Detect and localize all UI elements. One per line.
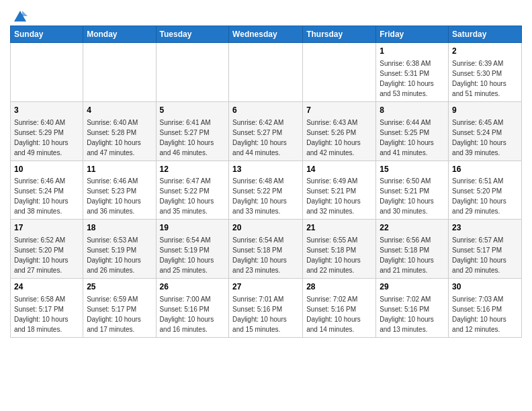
day-number: 22 — [380, 222, 445, 234]
day-number: 7 — [306, 105, 372, 116]
calendar-cell — [303, 43, 376, 102]
calendar-cell: 15Sunrise: 6:50 AM Sunset: 5:21 PM Dayli… — [376, 161, 449, 220]
page-container: SundayMondayTuesdayWednesdayThursdayFrid… — [0, 0, 532, 341]
weekday-header-row: SundayMondayTuesdayWednesdayThursdayFrid… — [11, 26, 522, 43]
week-row-2: 3Sunrise: 6:40 AM Sunset: 5:29 PM Daylig… — [11, 101, 522, 161]
calendar-cell: 30Sunrise: 7:03 AM Sunset: 5:16 PM Dayli… — [449, 279, 522, 338]
day-info: Sunrise: 6:54 AM Sunset: 5:19 PM Dayligh… — [160, 236, 214, 274]
weekday-header-saturday: Saturday — [449, 26, 522, 43]
day-info: Sunrise: 6:39 AM Sunset: 5:30 PM Dayligh… — [452, 60, 506, 97]
day-info: Sunrise: 6:58 AM Sunset: 5:17 PM Dayligh… — [14, 295, 69, 333]
weekday-header-monday: Monday — [83, 26, 156, 43]
day-info: Sunrise: 6:52 AM Sunset: 5:20 PM Dayligh… — [14, 236, 69, 274]
calendar-cell: 12Sunrise: 6:47 AM Sunset: 5:22 PM Dayli… — [156, 161, 229, 220]
calendar-cell: 6Sunrise: 6:42 AM Sunset: 5:27 PM Daylig… — [229, 101, 303, 161]
day-info: Sunrise: 6:43 AM Sunset: 5:26 PM Dayligh… — [306, 119, 361, 156]
calendar-cell: 19Sunrise: 6:54 AM Sunset: 5:19 PM Dayli… — [156, 220, 229, 279]
calendar-cell: 23Sunrise: 6:57 AM Sunset: 5:17 PM Dayli… — [449, 220, 522, 279]
weekday-header-friday: Friday — [376, 26, 449, 43]
calendar-cell: 27Sunrise: 7:01 AM Sunset: 5:16 PM Dayli… — [229, 279, 303, 338]
weekday-header-tuesday: Tuesday — [156, 26, 229, 43]
calendar-cell: 26Sunrise: 7:00 AM Sunset: 5:16 PM Dayli… — [156, 279, 229, 338]
day-info: Sunrise: 7:02 AM Sunset: 5:16 PM Dayligh… — [380, 295, 434, 333]
day-info: Sunrise: 6:47 AM Sunset: 5:22 PM Dayligh… — [160, 177, 214, 215]
calendar-cell: 20Sunrise: 6:54 AM Sunset: 5:18 PM Dayli… — [229, 220, 303, 279]
day-number: 25 — [87, 281, 152, 293]
calendar-cell — [83, 43, 156, 102]
day-info: Sunrise: 6:46 AM Sunset: 5:23 PM Dayligh… — [87, 177, 141, 215]
weekday-header-wednesday: Wednesday — [229, 26, 303, 43]
day-info: Sunrise: 7:00 AM Sunset: 5:16 PM Dayligh… — [160, 295, 214, 333]
day-number: 15 — [380, 164, 445, 175]
calendar-cell: 18Sunrise: 6:53 AM Sunset: 5:19 PM Dayli… — [83, 220, 156, 279]
calendar-cell: 7Sunrise: 6:43 AM Sunset: 5:26 PM Daylig… — [303, 101, 376, 161]
calendar-cell: 13Sunrise: 6:48 AM Sunset: 5:22 PM Dayli… — [229, 161, 303, 220]
day-number: 6 — [232, 105, 299, 116]
day-info: Sunrise: 6:53 AM Sunset: 5:19 PM Dayligh… — [87, 236, 141, 274]
weekday-header-thursday: Thursday — [303, 26, 376, 43]
week-row-5: 24Sunrise: 6:58 AM Sunset: 5:17 PM Dayli… — [11, 279, 522, 338]
day-number: 13 — [232, 164, 299, 175]
day-number: 8 — [380, 105, 445, 116]
week-row-4: 17Sunrise: 6:52 AM Sunset: 5:20 PM Dayli… — [11, 220, 522, 279]
calendar-table: SundayMondayTuesdayWednesdayThursdayFrid… — [10, 26, 522, 338]
day-info: Sunrise: 6:54 AM Sunset: 5:18 PM Dayligh… — [232, 236, 287, 274]
weekday-header-sunday: Sunday — [11, 26, 83, 43]
day-info: Sunrise: 6:56 AM Sunset: 5:18 PM Dayligh… — [380, 236, 434, 274]
calendar-cell — [156, 43, 229, 102]
calendar-cell: 3Sunrise: 6:40 AM Sunset: 5:29 PM Daylig… — [11, 101, 83, 161]
day-info: Sunrise: 6:41 AM Sunset: 5:27 PM Dayligh… — [160, 119, 214, 156]
calendar-cell: 11Sunrise: 6:46 AM Sunset: 5:23 PM Dayli… — [83, 161, 156, 220]
calendar-cell: 4Sunrise: 6:40 AM Sunset: 5:28 PM Daylig… — [83, 101, 156, 161]
calendar-cell: 8Sunrise: 6:44 AM Sunset: 5:25 PM Daylig… — [376, 101, 449, 161]
day-number: 10 — [14, 164, 79, 175]
day-number: 24 — [14, 281, 79, 293]
day-number: 1 — [380, 46, 445, 57]
week-row-1: 1Sunrise: 6:38 AM Sunset: 5:31 PM Daylig… — [11, 43, 522, 102]
day-number: 19 — [160, 222, 226, 234]
calendar-cell: 1Sunrise: 6:38 AM Sunset: 5:31 PM Daylig… — [376, 43, 449, 102]
day-number: 2 — [452, 46, 518, 57]
calendar-cell: 17Sunrise: 6:52 AM Sunset: 5:20 PM Dayli… — [11, 220, 83, 279]
day-info: Sunrise: 6:49 AM Sunset: 5:21 PM Dayligh… — [306, 177, 361, 215]
day-number: 29 — [380, 281, 445, 293]
day-info: Sunrise: 6:42 AM Sunset: 5:27 PM Dayligh… — [232, 119, 287, 156]
day-number: 21 — [306, 222, 372, 234]
header-row — [10, 7, 522, 21]
logo — [10, 9, 28, 21]
day-info: Sunrise: 7:02 AM Sunset: 5:16 PM Dayligh… — [306, 295, 361, 333]
day-info: Sunrise: 6:40 AM Sunset: 5:29 PM Dayligh… — [14, 119, 69, 156]
svg-marker-1 — [22, 11, 28, 16]
calendar-cell: 29Sunrise: 7:02 AM Sunset: 5:16 PM Dayli… — [376, 279, 449, 338]
day-number: 18 — [87, 222, 152, 234]
day-number: 9 — [452, 105, 518, 116]
calendar-cell: 21Sunrise: 6:55 AM Sunset: 5:18 PM Dayli… — [303, 220, 376, 279]
day-info: Sunrise: 7:03 AM Sunset: 5:16 PM Dayligh… — [452, 295, 506, 333]
day-info: Sunrise: 6:40 AM Sunset: 5:28 PM Dayligh… — [87, 119, 141, 156]
day-number: 14 — [306, 164, 372, 175]
day-info: Sunrise: 6:38 AM Sunset: 5:31 PM Dayligh… — [380, 60, 434, 97]
day-info: Sunrise: 6:59 AM Sunset: 5:17 PM Dayligh… — [87, 295, 141, 333]
calendar-cell: 22Sunrise: 6:56 AM Sunset: 5:18 PM Dayli… — [376, 220, 449, 279]
day-number: 12 — [160, 164, 226, 175]
calendar-cell: 5Sunrise: 6:41 AM Sunset: 5:27 PM Daylig… — [156, 101, 229, 161]
day-number: 27 — [232, 281, 299, 293]
day-info: Sunrise: 6:50 AM Sunset: 5:21 PM Dayligh… — [380, 177, 434, 215]
day-number: 26 — [160, 281, 226, 293]
calendar-cell — [229, 43, 303, 102]
calendar-cell: 28Sunrise: 7:02 AM Sunset: 5:16 PM Dayli… — [303, 279, 376, 338]
day-info: Sunrise: 6:46 AM Sunset: 5:24 PM Dayligh… — [14, 177, 69, 215]
day-info: Sunrise: 6:55 AM Sunset: 5:18 PM Dayligh… — [306, 236, 361, 274]
week-row-3: 10Sunrise: 6:46 AM Sunset: 5:24 PM Dayli… — [11, 161, 522, 220]
calendar-cell — [11, 43, 83, 102]
day-number: 23 — [452, 222, 518, 234]
logo-icon — [13, 9, 28, 24]
calendar-cell: 14Sunrise: 6:49 AM Sunset: 5:21 PM Dayli… — [303, 161, 376, 220]
day-number: 16 — [452, 164, 518, 175]
calendar-cell: 2Sunrise: 6:39 AM Sunset: 5:30 PM Daylig… — [449, 43, 522, 102]
calendar-cell: 9Sunrise: 6:45 AM Sunset: 5:24 PM Daylig… — [449, 101, 522, 161]
day-info: Sunrise: 6:48 AM Sunset: 5:22 PM Dayligh… — [232, 177, 287, 215]
day-number: 3 — [14, 105, 79, 116]
day-number: 17 — [14, 222, 79, 234]
day-number: 30 — [452, 281, 518, 293]
